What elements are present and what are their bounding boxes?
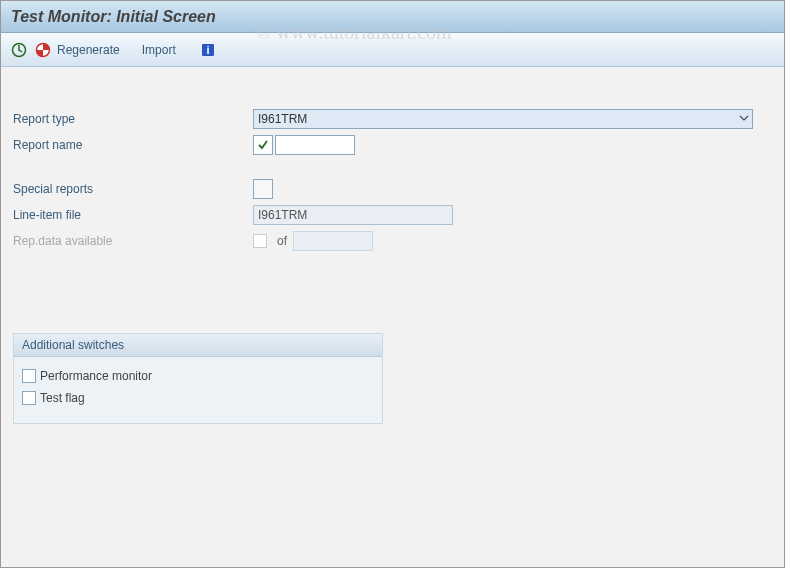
- svg-text:i: i: [206, 44, 209, 56]
- special-reports-checkbox[interactable]: [253, 179, 273, 199]
- report-type-select[interactable]: [253, 109, 753, 129]
- performance-monitor-label: Performance monitor: [40, 369, 152, 383]
- form-area: Report type Report name Special reports …: [1, 67, 784, 436]
- test-flag-checkbox[interactable]: [22, 391, 36, 405]
- test-flag-label: Test flag: [40, 391, 85, 405]
- import-button[interactable]: Import: [142, 43, 176, 57]
- of-text: of: [277, 234, 287, 248]
- line-item-file-input: [253, 205, 453, 225]
- report-name-checkbox[interactable]: [253, 135, 273, 155]
- rep-data-checkbox: [253, 234, 267, 248]
- panel-header: Additional switches: [14, 334, 382, 357]
- regenerate-button[interactable]: Regenerate: [57, 43, 120, 57]
- title-bar: Test Monitor: Initial Screen: [1, 1, 784, 33]
- report-type-label: Report type: [13, 112, 253, 126]
- report-type-input[interactable]: [253, 109, 753, 129]
- execute-icon[interactable]: [9, 40, 29, 60]
- rep-data-label: Rep.data available: [13, 234, 253, 248]
- performance-monitor-checkbox[interactable]: [22, 369, 36, 383]
- special-reports-label: Special reports: [13, 182, 253, 196]
- report-name-label: Report name: [13, 138, 253, 152]
- regenerate-icon[interactable]: [33, 40, 53, 60]
- additional-switches-panel: Additional switches Performance monitor …: [13, 333, 383, 424]
- info-icon[interactable]: i: [198, 40, 218, 60]
- toolbar: Regenerate Import i: [1, 33, 784, 67]
- line-item-file-label: Line-item file: [13, 208, 253, 222]
- rep-data-of-value: [293, 231, 373, 251]
- page-title: Test Monitor: Initial Screen: [11, 8, 216, 26]
- report-name-input[interactable]: [275, 135, 355, 155]
